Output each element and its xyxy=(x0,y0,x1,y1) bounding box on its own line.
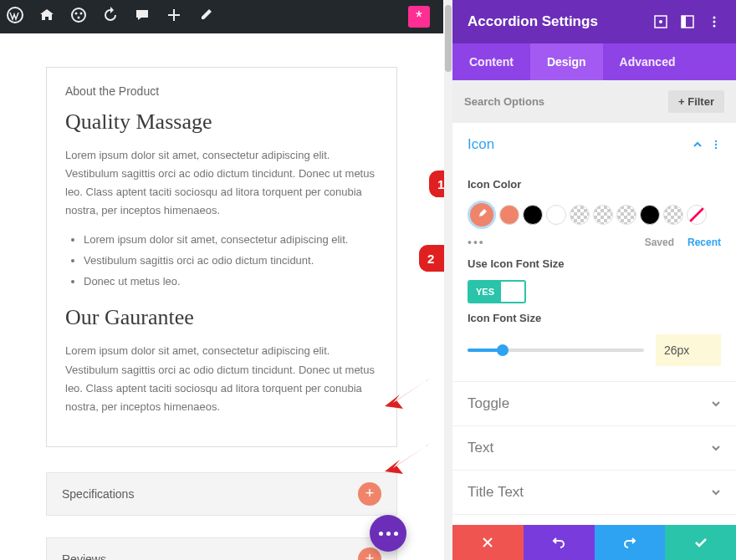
redo-icon xyxy=(623,536,636,549)
close-icon xyxy=(481,536,494,549)
saved-tab[interactable]: Saved xyxy=(645,237,674,248)
divi-fab-button[interactable] xyxy=(370,515,406,552)
panel-tabs: Content Design Advanced xyxy=(452,43,736,80)
cancel-button[interactable] xyxy=(452,525,524,560)
section-header-closed-title-text[interactable]: Closed Title Text xyxy=(452,515,736,525)
updates-icon[interactable] xyxy=(102,7,119,28)
preview-scrollbar[interactable] xyxy=(444,0,452,560)
paragraph: Lorem ipsum dolor sit amet, consectetur … xyxy=(65,342,378,415)
wp-admin-bar: * xyxy=(0,0,443,33)
svg-point-2 xyxy=(75,12,78,14)
new-icon[interactable] xyxy=(166,7,182,28)
section-header-title-text[interactable]: Title Text xyxy=(452,471,736,514)
section-header-text[interactable]: Text xyxy=(452,426,736,470)
focus-icon[interactable] xyxy=(654,15,667,28)
search-input[interactable]: Search Options xyxy=(464,95,544,108)
heading-guarantee: Our Gaurantee xyxy=(65,305,378,330)
tab-advanced[interactable]: Advanced xyxy=(603,43,693,80)
svg-point-10 xyxy=(713,21,716,23)
chevron-down-icon xyxy=(711,487,721,497)
label-icon-font-size: Icon Font Size xyxy=(468,312,721,324)
expand-panel-icon[interactable] xyxy=(681,15,694,28)
svg-point-6 xyxy=(659,20,662,23)
color-swatch[interactable] xyxy=(593,205,613,225)
undo-icon xyxy=(552,536,565,549)
svg-point-3 xyxy=(80,12,83,14)
accordion-label: Specifications xyxy=(62,487,134,501)
panel-header: Accordion Settings xyxy=(452,0,736,43)
input-icon-font-size[interactable]: 26px xyxy=(656,334,721,366)
divi-badge[interactable]: * xyxy=(408,6,430,28)
tab-content[interactable]: Content xyxy=(452,43,530,80)
undo-button[interactable] xyxy=(524,525,595,560)
list-item: Donec ut metus leo. xyxy=(84,272,378,293)
toggle-use-icon-font-size[interactable]: YES xyxy=(468,280,526,303)
expand-icon[interactable]: + xyxy=(358,482,381,506)
color-swatch[interactable] xyxy=(523,205,543,225)
color-swatch[interactable] xyxy=(616,205,636,225)
chevron-down-icon xyxy=(711,443,721,453)
chevron-up-icon xyxy=(693,140,703,150)
accordion-label: Reviews xyxy=(62,552,106,560)
check-icon xyxy=(693,535,708,550)
home-icon[interactable] xyxy=(38,7,55,28)
slider-handle[interactable] xyxy=(497,344,509,356)
svg-point-13 xyxy=(715,144,717,145)
more-swatches-icon[interactable]: ••• xyxy=(468,236,485,249)
search-options-bar: Search Options + Filter xyxy=(452,80,736,123)
more-icon[interactable] xyxy=(711,140,721,150)
svg-point-12 xyxy=(715,140,717,142)
preview-area: * About the Product Quality Massage Lore… xyxy=(0,0,443,560)
svg-rect-8 xyxy=(682,16,686,28)
tab-design[interactable]: Design xyxy=(530,43,603,80)
expand-icon[interactable]: + xyxy=(358,547,381,560)
paragraph: Lorem ipsum dolor sit amet, consectetur … xyxy=(65,146,378,220)
section-title: Icon xyxy=(468,136,494,153)
heading-quality: Quality Massage xyxy=(65,109,378,135)
comments-icon[interactable] xyxy=(134,7,151,28)
panel-title: Accordion Settings xyxy=(468,13,598,30)
color-swatches xyxy=(468,201,721,229)
color-swatch-none[interactable] xyxy=(687,205,707,225)
color-swatch[interactable] xyxy=(640,205,660,225)
accordion-item-open[interactable]: About the Product Quality Massage Lorem … xyxy=(46,67,397,447)
svg-point-9 xyxy=(713,17,716,19)
settings-panel: Accordion Settings Content Design Advanc… xyxy=(452,0,736,560)
color-swatch[interactable] xyxy=(546,205,566,225)
toggle-knob xyxy=(501,282,524,302)
section-title: Text xyxy=(468,440,493,456)
toggle-label: YES xyxy=(469,282,501,302)
dots-icon xyxy=(379,532,398,536)
color-swatch[interactable] xyxy=(499,205,519,225)
svg-point-1 xyxy=(72,8,85,22)
recent-tab[interactable]: Recent xyxy=(687,237,721,248)
accordion-item-specifications[interactable]: Specifications + xyxy=(46,472,397,516)
accordion-open-title: About the Product xyxy=(65,84,378,98)
svg-point-11 xyxy=(713,25,716,28)
wp-logo-icon[interactable] xyxy=(7,7,23,28)
svg-point-14 xyxy=(715,147,717,149)
filter-button[interactable]: + Filter xyxy=(668,90,724,113)
page-content: About the Product Quality Massage Lorem … xyxy=(0,33,443,560)
color-swatch[interactable] xyxy=(570,205,590,225)
list-item: Vestibulum sagittis orci ac odio dictum … xyxy=(84,251,378,272)
label-icon-color: Icon Color xyxy=(468,178,721,191)
color-picker-button[interactable] xyxy=(468,201,496,229)
color-swatch[interactable] xyxy=(663,205,683,225)
save-button[interactable] xyxy=(665,525,736,560)
divi-badge-label: * xyxy=(416,8,422,27)
customize-icon[interactable] xyxy=(70,7,87,28)
bullet-list: Lorem ipsum dolor sit amet, consectetur … xyxy=(65,230,378,292)
redo-button[interactable] xyxy=(595,525,666,560)
section-title: Toggle xyxy=(468,395,509,412)
section-title: Title Text xyxy=(468,484,524,501)
more-icon[interactable] xyxy=(708,15,721,28)
edit-icon[interactable] xyxy=(197,7,214,28)
panel-body: Icon Icon Color xyxy=(452,123,736,525)
accordion-item-reviews[interactable]: Reviews + xyxy=(46,537,397,560)
section-header-toggle[interactable]: Toggle xyxy=(452,382,736,425)
svg-point-4 xyxy=(78,16,80,18)
slider-icon-font-size[interactable] xyxy=(468,349,644,352)
chevron-down-icon xyxy=(711,399,721,409)
section-header-icon[interactable]: Icon xyxy=(452,123,736,166)
